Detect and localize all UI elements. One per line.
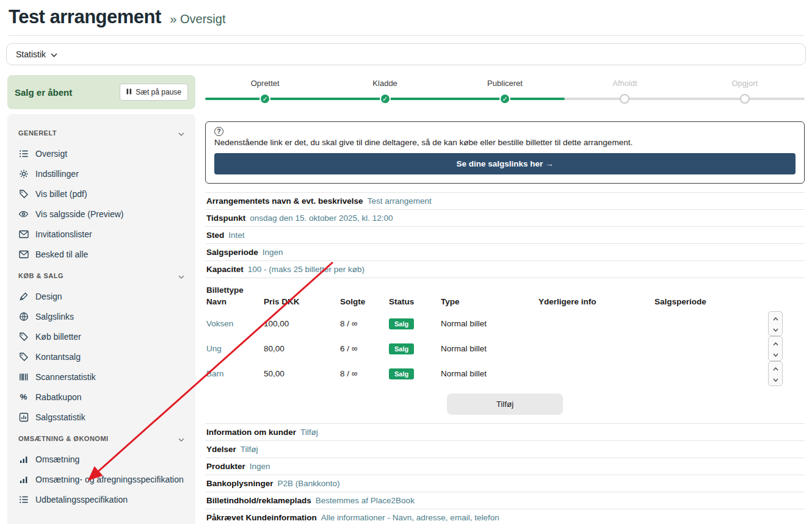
eye-icon [18, 209, 29, 219]
sidebar-section-omsaetning-oekonomi[interactable]: OMSÆTNING & ØKONOMI [17, 427, 186, 449]
chevron-up-icon[interactable] [773, 339, 778, 348]
page-title: Test arrangement [9, 6, 161, 27]
sidebar-item-scannerstatistik[interactable]: Scannerstatistik [17, 367, 186, 387]
add-ticket-button[interactable]: Tilføj [447, 393, 563, 415]
add-link[interactable]: Tilføj [300, 428, 318, 437]
detail-row-bankoplysninger: BankoplysningerP2B (Bankkonto) [205, 475, 805, 492]
pen-icon [18, 291, 29, 301]
sidebar-section-title: GENERELT [18, 129, 57, 137]
ticket-salesperiod [653, 336, 753, 361]
pause-button[interactable]: Sæt på pause [120, 84, 188, 101]
sidebar-section-koeb-salg[interactable]: KØB & SALG [17, 264, 186, 286]
chevron-down-icon [178, 270, 184, 281]
breadcrumb-current: Oversigt [180, 12, 225, 26]
step-label: Kladde [372, 79, 397, 92]
sidebar-item-kontantsalg[interactable]: Kontantsalg [17, 346, 186, 367]
ticket-order-spinner[interactable] [768, 336, 783, 361]
sidebar-item-besked-til-alle[interactable]: Besked til alle [17, 244, 186, 264]
sidebar-item-invitationslister[interactable]: Invitationslister [17, 224, 186, 244]
sidebar-item-koeb-billetter[interactable]: Køb billetter [17, 326, 186, 346]
sidebar-item-vis-billet-pdf[interactable]: Vis billet (pdf) [17, 184, 186, 204]
sidebar-item-indstillinger[interactable]: Indstillinger [17, 163, 186, 184]
sidebar-item-label: Omsætning [35, 454, 79, 464]
detail-label: Ydelser [206, 445, 236, 454]
sidebar-item-label: Salgsstatistik [35, 412, 85, 422]
chevron-up-icon[interactable] [773, 314, 778, 323]
sidebar-item-oversigt[interactable]: Oversigt [17, 143, 186, 163]
list-icon [18, 148, 29, 159]
ticket-salesperiod [653, 361, 753, 386]
ticket-price: 100,00 [263, 311, 339, 336]
pause-button-label: Sæt på pause [136, 88, 181, 96]
ticket-sold: 8 / ∞ [339, 311, 388, 336]
sidebar-item-design[interactable]: Design [17, 286, 186, 306]
see-saleslinks-button[interactable]: Se dine salgslinks her → [214, 153, 796, 174]
sidebar-item-label: Kontantsalg [35, 352, 81, 362]
status-stepper: Oprettet ✓ Kladde ✓ Publiceret ✓ Afholdt [205, 79, 805, 112]
ticket-name[interactable]: Ung [205, 336, 263, 361]
sidebar-item-udbetalingsspecifikation[interactable]: Udbetalingsspecifikation [17, 489, 186, 509]
list-icon [18, 494, 29, 504]
col-type: Type [440, 295, 537, 311]
detail-value: P2B (Bankkonto) [278, 479, 340, 488]
sidebar-item-label: Design [35, 292, 62, 301]
ticket-status-cell: Salg [388, 361, 440, 386]
chevron-up-icon[interactable] [773, 364, 778, 373]
sidebar-item-label: Vis salgsside (Preview) [35, 209, 123, 219]
status-badge: Salg [389, 343, 414, 354]
col-status: Status [388, 295, 440, 311]
chevron-down-icon[interactable] [773, 375, 778, 384]
col-actions [753, 300, 805, 307]
chevron-down-icon[interactable] [773, 350, 778, 359]
sidebar-item-rabatkupon[interactable]: % Rabatkupon [17, 387, 186, 407]
step-label: Publiceret [487, 79, 523, 92]
sidebar-item-label: Indstillinger [35, 169, 79, 179]
ticket-extra-info [537, 311, 653, 336]
ticket-name[interactable]: Voksen [205, 311, 263, 336]
gear-icon [18, 168, 29, 179]
sidebar-item-label: Invitationslister [35, 229, 92, 239]
add-link[interactable]: Tilføj [241, 445, 258, 454]
detail-value: onsdag den 15. oktober 2025, kl. 12:00 [250, 214, 393, 223]
sales-status-label: Salg er åbent [15, 87, 72, 98]
ticket-order-spinner[interactable] [768, 361, 783, 386]
ticket-status-cell: Salg [388, 336, 440, 361]
ticket-name[interactable]: Barn [205, 361, 263, 386]
event-details-top: Arrangementets navn & evt. beskrivelseTe… [205, 192, 805, 278]
detail-value: Ingen [263, 248, 283, 257]
sidebar-item-label: Udbetalingsspecifikation [35, 495, 128, 504]
detail-label: Kapacitet [206, 265, 244, 274]
chevron-down-icon[interactable] [773, 325, 778, 334]
ticket-order-spinner[interactable] [768, 311, 783, 336]
ticket-sold: 6 / ∞ [339, 336, 388, 361]
sidebar-item-omsaetning-og-afregningsspecifikation[interactable]: Omsætning- og afregningsspecifikation [17, 469, 186, 489]
detail-row-ydelser: YdelserTilføj [205, 441, 805, 458]
detail-label: Produkter [206, 462, 245, 471]
col-navn: Navn [205, 295, 263, 311]
sidebar-item-vis-salgsside[interactable]: Vis salgsside (Preview) [17, 204, 186, 224]
check-icon: ✓ [259, 93, 270, 104]
chevron-down-icon [51, 49, 57, 59]
detail-value: 100 - (maks 25 billetter per køb) [248, 265, 364, 274]
detail-row-paakraevet-kundeinformation: Påkrævet KundeinformationAlle informatio… [205, 509, 805, 524]
detail-row-kapacitet: Kapacitet100 - (maks 25 billetter per kø… [205, 261, 805, 278]
ticket-order-cell [753, 311, 805, 336]
sidebar-item-label: Rabatkupon [35, 392, 82, 402]
sidebar-item-salgslinks[interactable]: Salgslinks [17, 306, 186, 326]
sidebar-section-generelt[interactable]: GENERELT [17, 121, 186, 143]
saleslink-info-box: ? Nedenstående link er det, du skal give… [205, 121, 805, 184]
sidebar-item-label: Scannerstatistik [35, 372, 96, 382]
pause-icon [126, 88, 132, 96]
ticket-extra-info [537, 361, 653, 386]
detail-label: Bankoplysninger [206, 479, 274, 488]
sidebar-item-salgsstatistik[interactable]: Salgsstatistik [17, 407, 186, 427]
sidebar-item-omsaetning[interactable]: Omsætning [17, 449, 186, 469]
sidebar-item-label: Køb billetter [35, 332, 81, 342]
empty-circle-icon [740, 94, 750, 104]
ticket-type: Normal billet [440, 311, 537, 336]
chart-icon [18, 474, 29, 484]
help-icon: ? [214, 127, 223, 136]
detail-label: Salgsperiode [206, 248, 258, 257]
statistik-dropdown[interactable]: Statistik [6, 43, 806, 65]
ticket-status-cell: Salg [388, 311, 440, 336]
